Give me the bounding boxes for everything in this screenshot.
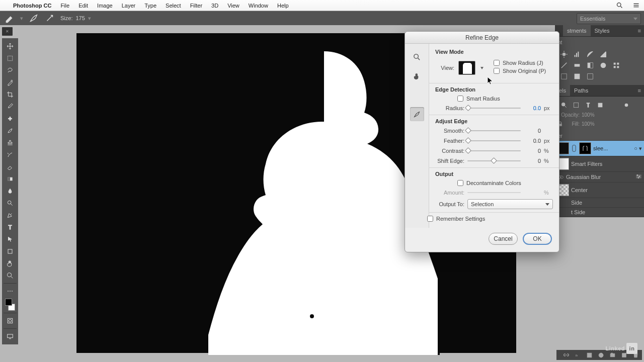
invert-icon[interactable] [560, 72, 568, 80]
hand-tool[interactable] [410, 69, 424, 83]
eraser-tool[interactable] [4, 161, 16, 172]
panel-menu-icon[interactable]: ≡ [635, 25, 644, 36]
workspace-switcher[interactable]: Essentials [577, 13, 641, 24]
tool-preset-icon[interactable] [4, 13, 15, 24]
dodge-tool[interactable] [4, 198, 16, 209]
type-tool[interactable] [4, 222, 16, 233]
svg-rect-5 [8, 56, 12, 60]
edit-toolbar[interactable]: ⋯ [4, 286, 16, 297]
show-radius-checkbox[interactable] [494, 60, 500, 66]
layer-row[interactable]: Center [555, 183, 644, 198]
app-name[interactable]: Photoshop CC [13, 3, 51, 9]
remember-checkbox[interactable] [427, 216, 433, 222]
channel-mixer-icon[interactable] [612, 61, 620, 69]
photo-filter-icon[interactable] [599, 61, 607, 69]
tab-styles[interactable]: Styles [591, 25, 614, 36]
menu-layer[interactable]: Layer [122, 3, 136, 9]
quick-select-tool[interactable] [4, 77, 16, 88]
type-layer-icon[interactable] [584, 101, 592, 109]
healing-tool[interactable] [4, 113, 16, 124]
layer-row[interactable]: Gaussian Blur [555, 172, 644, 183]
color-swatch[interactable] [5, 299, 15, 311]
menu-select[interactable]: Select [166, 3, 181, 9]
layer-filter-icon[interactable] [572, 101, 580, 109]
contrast-slider[interactable] [467, 147, 521, 154]
view-thumb[interactable] [458, 61, 475, 75]
refine-radius-tool[interactable] [410, 107, 424, 121]
svg-rect-34 [614, 66, 616, 68]
decontaminate-checkbox[interactable] [457, 180, 463, 186]
view-dropdown-icon[interactable] [479, 61, 485, 75]
menu-file[interactable]: File [60, 3, 69, 9]
layer-row[interactable]: Side [555, 198, 644, 208]
menu-image[interactable]: Image [97, 3, 113, 9]
tab-adjustments[interactable]: stments [563, 25, 591, 36]
levels-icon[interactable] [573, 50, 581, 58]
screen-mode-icon[interactable] [4, 331, 16, 342]
brightness-icon[interactable] [560, 50, 568, 58]
layer-row[interactable]: Smart Filters [555, 156, 644, 172]
zoom-tool[interactable] [410, 50, 424, 64]
blend-options-icon[interactable] [635, 174, 642, 180]
expand-panels-icon[interactable]: » [10, 25, 644, 31]
layer-row[interactable]: ⎧ ⎫ slee... ○ ▾ [555, 141, 644, 156]
show-original-checkbox[interactable] [494, 68, 500, 74]
hue-icon[interactable] [573, 61, 581, 69]
lasso-tool[interactable] [4, 65, 16, 76]
toggle-icon[interactable] [622, 101, 630, 109]
output-select[interactable]: Selection [467, 199, 553, 209]
blur-tool[interactable] [4, 186, 16, 197]
doc-tab-close-icon[interactable]: ✕ [2, 27, 13, 36]
shape-tool[interactable] [4, 246, 16, 257]
menu-help[interactable]: Help [277, 3, 289, 9]
hand-tool[interactable] [4, 258, 16, 269]
layer-name: Smart Filters [571, 161, 602, 167]
zoom-tool[interactable] [4, 270, 16, 281]
radius-value[interactable]: 0.0 [524, 105, 541, 111]
path-select-tool[interactable] [4, 234, 16, 245]
link-layers-icon[interactable] [563, 352, 570, 358]
quick-mask-icon[interactable] [4, 315, 16, 326]
ok-button[interactable]: OK [523, 233, 552, 245]
size-value[interactable]: 175 [75, 15, 85, 21]
history-brush-tool[interactable] [4, 149, 16, 160]
smooth-slider[interactable] [467, 127, 521, 134]
brush-toggle-icon[interactable] [44, 13, 55, 24]
move-tool[interactable] [4, 41, 16, 52]
exposure-icon[interactable] [599, 50, 607, 58]
spotlight-icon[interactable] [616, 2, 623, 9]
threshold-icon[interactable] [586, 72, 594, 80]
shape-layer-icon[interactable] [596, 101, 604, 109]
edge-detection-header: Edge Detection [435, 86, 553, 93]
crop-tool[interactable] [4, 89, 16, 100]
posterize-icon[interactable] [573, 72, 581, 80]
cancel-button[interactable]: Cancel [489, 233, 518, 245]
vibrance-icon[interactable] [560, 61, 568, 69]
menu-view[interactable]: View [227, 3, 239, 9]
bw-icon[interactable] [586, 61, 594, 69]
eyedropper-tool[interactable] [4, 101, 16, 112]
tab-paths[interactable]: Paths [570, 85, 592, 96]
options-bar: ▾ Size: 175 ▾ [0, 11, 644, 25]
radius-slider[interactable] [467, 105, 521, 112]
brush-preset-icon[interactable] [28, 13, 39, 24]
menu-filter[interactable]: Filter [190, 3, 202, 9]
shift-slider[interactable] [467, 157, 521, 164]
menu-window[interactable]: Window [249, 3, 268, 9]
gradient-tool[interactable] [4, 173, 16, 185]
layer-row[interactable]: t Side [555, 208, 644, 217]
menu-type[interactable]: Type [144, 3, 156, 9]
filter-icon[interactable] [560, 101, 568, 109]
curves-icon[interactable] [586, 50, 594, 58]
stamp-tool[interactable] [4, 137, 16, 148]
size-dropdown-icon[interactable]: ▾ [88, 15, 91, 22]
menu-edit[interactable]: Edit [78, 3, 88, 9]
menu-3d[interactable]: 3D [211, 3, 218, 9]
brush-tool[interactable] [4, 125, 16, 136]
menu-list-icon[interactable] [632, 2, 640, 9]
smart-radius-checkbox[interactable] [457, 96, 463, 102]
marquee-tool[interactable] [4, 53, 16, 64]
panel-menu-icon[interactable]: ≡ [635, 85, 644, 96]
pen-tool[interactable] [4, 210, 16, 221]
feather-slider[interactable] [467, 137, 521, 144]
